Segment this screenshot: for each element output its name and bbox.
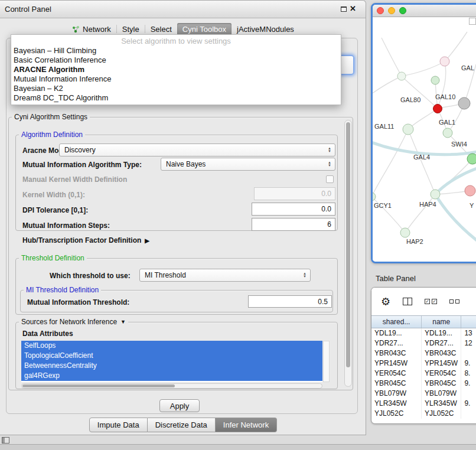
tab-impute-data[interactable]: Impute Data — [89, 418, 148, 432]
cell: 13 — [461, 328, 476, 338]
dock-panel-icon[interactable] — [2, 437, 9, 444]
data-attributes-label: Data Attributes — [22, 330, 73, 338]
node-label: GAL10 — [435, 93, 455, 100]
algorithm-option[interactable]: Mutual Information Inference — [11, 74, 341, 84]
table-row[interactable]: YBR045C YBR045C 9. — [371, 379, 476, 389]
apply-button[interactable]: Apply — [159, 399, 200, 412]
tab-infer-network[interactable]: Infer Network — [216, 418, 277, 432]
network-canvas[interactable]: GAL GAL80 GAL10 GAL11 GAL1 SWI4 GAL4 GCY… — [373, 17, 476, 262]
aracne-mode-value: Discovery — [64, 146, 96, 154]
cell: YDL19... — [422, 328, 461, 338]
graph-node[interactable] — [465, 185, 475, 196]
mi-threshold-input[interactable]: 0.5 — [248, 295, 332, 308]
graph-node[interactable] — [443, 128, 452, 138]
cyni-settings-legend: Cyni Algorithm Settings — [12, 113, 90, 121]
table-row[interactable]: YPR145W YPR145W 9. — [371, 358, 476, 369]
aracne-mode-combobox[interactable]: Discovery ▲▼ — [59, 144, 335, 156]
attribute-item-selected[interactable]: gal4RGexp — [21, 371, 322, 381]
algorithm-option-selected[interactable]: ARACNE Algorithm — [11, 65, 341, 74]
select-all-checks-icon[interactable]: ✓ ✓ — [425, 299, 437, 304]
table-row[interactable]: YJL052C YJL052C — [371, 409, 476, 419]
cell: YJL052C — [371, 409, 422, 419]
kernel-width-label: Kernel Width (0,1): — [22, 191, 85, 199]
graph-node[interactable] — [373, 193, 376, 201]
cell — [461, 389, 476, 399]
tab-style[interactable]: Style — [117, 23, 145, 35]
table-row[interactable]: YDR27... YDR27... 12 — [371, 338, 476, 348]
attribute-list-hscrollbar-thumb[interactable] — [22, 384, 175, 387]
cell: YBL079W — [422, 389, 461, 399]
cell: YDR27... — [422, 338, 461, 348]
close-icon[interactable]: ✕ — [350, 4, 356, 13]
minimize-button[interactable] — [388, 7, 395, 14]
algorithm-option[interactable]: Dream8 DC_TDC Algorithm — [11, 93, 341, 103]
tab-jactivemnodules[interactable]: jActiveMNodules — [232, 23, 299, 35]
tab-style-label: Style — [122, 25, 139, 34]
tab-cyni-toolbox[interactable]: Cyni Toolbox — [177, 23, 232, 35]
kernel-width-input[interactable]: 0.0 — [254, 187, 335, 200]
deselect-all-checks-icon[interactable] — [449, 299, 459, 304]
graph-node-selected[interactable] — [433, 105, 442, 113]
algorithm-option[interactable]: Bayesian – Hill Climbing — [11, 46, 341, 56]
cell: YJL052C — [422, 409, 461, 419]
tab-network[interactable]: Network — [67, 23, 116, 35]
tab-impute-data-label: Impute Data — [97, 420, 139, 429]
mi-steps-input[interactable]: 6 — [252, 218, 335, 231]
settings-scrollbar-thumb[interactable] — [346, 122, 350, 367]
dpi-tolerance-input[interactable]: 0.0 — [252, 203, 335, 216]
undock-panel-icon[interactable] — [341, 6, 347, 12]
attribute-item-selected[interactable]: BetweennessCentrality — [21, 361, 322, 371]
gear-icon[interactable]: ⚙ — [381, 296, 390, 307]
chevron-down-icon: ▼ — [120, 319, 126, 325]
tab-jactivemnodules-label: jActiveMNodules — [237, 25, 294, 34]
tab-network-label: Network — [83, 25, 111, 34]
cell: YDR27... — [371, 338, 422, 348]
table-row[interactable]: YBL079W YBL079W — [371, 389, 476, 399]
settings-scrollbar[interactable] — [344, 120, 352, 387]
graph-node[interactable] — [458, 97, 470, 109]
column-header-name[interactable]: name — [422, 316, 461, 328]
attribute-list-scrollbar[interactable] — [323, 341, 330, 382]
tab-infer-network-label: Infer Network — [223, 420, 269, 429]
which-threshold-combobox[interactable]: MI Threshold ▲▼ — [139, 269, 311, 282]
attribute-item-selected[interactable]: TopologicalCoefficient — [21, 351, 322, 361]
column-header[interactable] — [461, 316, 476, 328]
graph-node[interactable] — [467, 154, 476, 164]
table-row[interactable]: YER054C YER054C 8. — [371, 369, 476, 379]
zoom-button[interactable] — [399, 7, 406, 14]
tab-select[interactable]: Select — [145, 23, 177, 35]
mi-steps-value: 6 — [327, 220, 331, 229]
columns-icon[interactable] — [403, 298, 412, 305]
graph-node[interactable] — [431, 76, 439, 84]
table-toolbar: ⚙ ✓ ✓ — [371, 288, 476, 315]
cell: YBR043C — [422, 348, 461, 358]
cell: YER054C — [422, 369, 461, 379]
attribute-list-hscrollbar[interactable] — [21, 383, 322, 389]
combo-stepper-icon: ▲▼ — [328, 161, 335, 167]
close-button[interactable] — [377, 7, 384, 14]
column-header-shared-name[interactable]: shared... — [371, 316, 422, 328]
table-row[interactable]: YDL19... YDL19... 13 — [371, 328, 476, 338]
manual-kernel-label: Manual Kernel Width Definition — [22, 175, 127, 184]
cell: YPR145W — [422, 358, 461, 369]
algorithm-placeholder[interactable]: Select algorithm to view settings — [11, 36, 341, 46]
graph-node[interactable] — [397, 72, 406, 80]
table-row[interactable]: YBR043C YBR043C — [371, 348, 476, 358]
mi-type-combobox[interactable]: Naive Bayes ▲▼ — [161, 158, 335, 171]
attribute-item-selected[interactable]: SelfLoops — [21, 341, 322, 351]
canvas-scrollbar-button[interactable] — [469, 18, 476, 25]
graph-node[interactable] — [403, 124, 413, 135]
algorithm-option[interactable]: Bayesian – K2 — [11, 84, 341, 93]
sources-legend[interactable]: Sources for Network Inference ▼ — [19, 318, 128, 326]
table-row[interactable]: YLR345W YLR345W 9. — [371, 399, 476, 409]
hub-definition-toggle[interactable]: Hub/Transcription Factor Definition ▶ — [22, 236, 149, 244]
graph-node[interactable] — [431, 190, 440, 199]
sources-legend-label: Sources for Network Inference — [21, 318, 117, 326]
tab-discretize-data[interactable]: Discretize Data — [148, 418, 216, 432]
network-graph — [373, 17, 476, 262]
status-strip — [0, 444, 476, 450]
manual-kernel-checkbox[interactable] — [326, 175, 334, 183]
algorithm-option[interactable]: Basic Correlation Inference — [11, 56, 341, 65]
graph-node[interactable] — [400, 228, 410, 237]
graph-node[interactable] — [440, 57, 449, 66]
